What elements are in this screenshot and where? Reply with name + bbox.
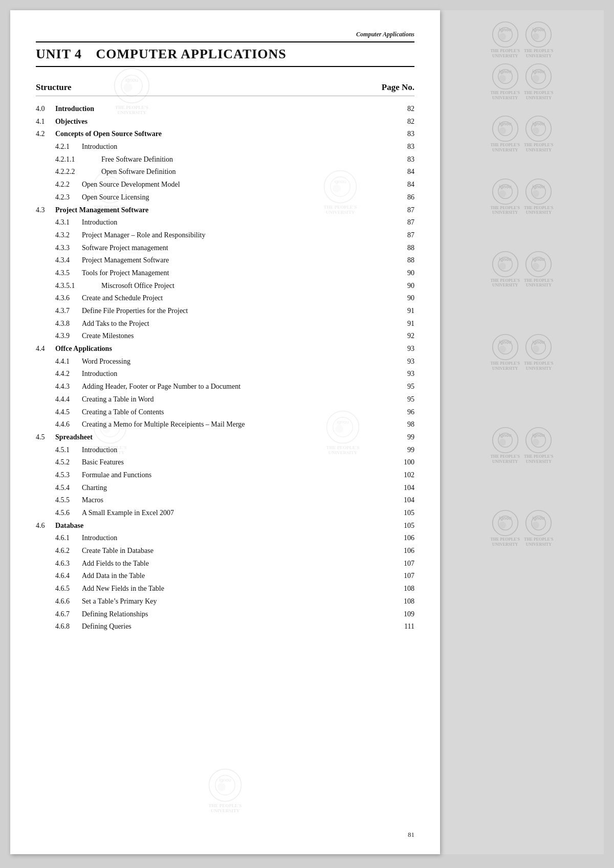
toc-left: 4.3.3Software Project management bbox=[55, 242, 399, 254]
toc-left: 4.5Spreadsheet bbox=[36, 432, 399, 443]
toc-number: 4.2 bbox=[36, 128, 55, 140]
toc-text: Add Data in the Table bbox=[82, 570, 399, 582]
toc-item: 4.1Objectives82 bbox=[36, 116, 414, 127]
toc-left: 4.3.4Project Management Software bbox=[55, 255, 399, 266]
toc-left: 4.3.2Project Manager – Role and Responsi… bbox=[55, 230, 399, 241]
toc-left: 4.6.4Add Data in the Table bbox=[55, 570, 399, 582]
toc-text: Introduction bbox=[82, 368, 399, 380]
toc-page: 95 bbox=[399, 381, 414, 392]
toc-page: 105 bbox=[399, 520, 414, 531]
toc-left: 4.5.4Charting bbox=[55, 482, 399, 494]
svg-point-55 bbox=[532, 190, 539, 197]
toc-item: 4.6.7Defining Relationships109 bbox=[36, 609, 414, 620]
toc-page: 111 bbox=[399, 621, 414, 632]
toc-item: 4.2.1.1Free Software Definition83 bbox=[36, 154, 414, 165]
toc-item: 4.2.2Open Source Development Model84 bbox=[36, 179, 414, 190]
toc-number: 4.2.2.2 bbox=[55, 166, 101, 177]
toc-text: Charting bbox=[82, 482, 399, 494]
toc-page: 83 bbox=[399, 141, 414, 152]
toc-number: 4.3.1 bbox=[55, 217, 82, 228]
svg-point-31 bbox=[532, 33, 539, 40]
toc-number: 4.6.8 bbox=[55, 621, 82, 632]
toc-page: 90 bbox=[399, 280, 414, 292]
toc-left: 4.6.1Introduction bbox=[55, 532, 399, 544]
toc-text: Free Software Definition bbox=[101, 154, 399, 165]
toc-number: 4.5.1 bbox=[55, 444, 82, 456]
toc-text: Concepts of Open Source Software bbox=[55, 128, 399, 140]
toc-page: 90 bbox=[399, 268, 414, 279]
page-number: 81 bbox=[408, 831, 414, 839]
toc-page: 93 bbox=[399, 368, 414, 380]
toc-text: Define File Properties for the Project bbox=[82, 305, 399, 317]
toc-text: Create Milestones bbox=[82, 330, 399, 342]
toc-page: 96 bbox=[399, 407, 414, 418]
toc-left: 4.6.6Set a Table’s Primary Key bbox=[55, 596, 399, 607]
toc-page: 99 bbox=[399, 444, 414, 456]
toc-page: 109 bbox=[399, 609, 414, 620]
toc-left: 4.3.6Create and Schedule Project bbox=[55, 293, 399, 304]
toc-number: 4.5.5 bbox=[55, 495, 82, 506]
toc-page: 87 bbox=[399, 205, 414, 216]
toc-page: 104 bbox=[399, 482, 414, 494]
toc-item: 4.6.2Create Table in Database106 bbox=[36, 545, 414, 557]
toc-number: 4.3.7 bbox=[55, 305, 82, 317]
toc-text: Defining Relationships bbox=[82, 609, 399, 620]
toc-text: Software Project management bbox=[82, 242, 399, 254]
toc-text: Database bbox=[55, 520, 399, 531]
toc-left: 4.2Concepts of Open Source Software bbox=[36, 128, 399, 140]
toc-item: 4.3.5Tools for Project Management90 bbox=[36, 268, 414, 279]
toc-left: 4.3.9Create Milestones bbox=[55, 330, 399, 342]
toc-number: 4.6.3 bbox=[55, 558, 82, 569]
toc-number: 4.4.3 bbox=[55, 381, 82, 392]
toc-left: 4.5.2Basic Features bbox=[55, 457, 399, 468]
toc-left: 4.4.3Adding Header, Footer or Page Numbe… bbox=[55, 381, 399, 392]
toc-text: Defining Queries bbox=[82, 621, 399, 632]
toc-number: 4.4.1 bbox=[55, 356, 82, 367]
toc-page: 107 bbox=[399, 558, 414, 569]
toc-number: 4.4 bbox=[36, 343, 55, 354]
toc-number: 4.2.3 bbox=[55, 192, 82, 203]
toc-text: Open Software Definition bbox=[101, 166, 399, 177]
toc-item: 4.3.9Create Milestones92 bbox=[36, 330, 414, 342]
toc-text: Set a Table’s Primary Key bbox=[82, 596, 399, 607]
toc-left: 4.3.5Tools for Project Management bbox=[55, 268, 399, 279]
toc-page: 100 bbox=[399, 457, 414, 468]
toc-page: 88 bbox=[399, 255, 414, 266]
toc-left: 4.6.8Defining Queries bbox=[55, 621, 399, 632]
toc-item: 4.3.4Project Management Software88 bbox=[36, 255, 414, 266]
toc-left: 4.6.2Create Table in Database bbox=[55, 545, 399, 557]
toc-text: Objectives bbox=[55, 116, 399, 127]
toc-text: Project Management Software bbox=[82, 255, 399, 266]
unit-title: UNIT 4 COMPUTER APPLICATIONS bbox=[36, 47, 287, 61]
toc-item: 4.5Spreadsheet99 bbox=[36, 432, 414, 443]
toc-item: 4.5.2Basic Features100 bbox=[36, 457, 414, 468]
toc-left: 4.3.1Introduction bbox=[55, 217, 399, 228]
toc-left: 4.5.3Formulae and Functions bbox=[55, 470, 399, 481]
toc-left: 4.2.2Open Source Development Model bbox=[55, 179, 399, 190]
toc-number: 4.4.6 bbox=[55, 419, 82, 430]
toc-number: 4.5 bbox=[36, 432, 55, 443]
svg-point-87 bbox=[532, 522, 539, 529]
toc-number: 4.3.5.1 bbox=[55, 280, 101, 292]
toc-left: 4.4.2Introduction bbox=[55, 368, 399, 380]
svg-point-67 bbox=[499, 346, 506, 353]
toc-left: 4.3Project Management Software bbox=[36, 205, 399, 216]
unit-title-text: COMPUTER APPLICATIONS bbox=[96, 47, 287, 61]
toc-text: Tools for Project Management bbox=[82, 268, 399, 279]
toc-number: 4.2.1.1 bbox=[55, 154, 101, 165]
toc-item: 4.4.6Creating a Memo for Multiple Receip… bbox=[36, 419, 414, 430]
toc-item: 4.6.4Add Data in the Table107 bbox=[36, 570, 414, 582]
toc-text: Add Fields to the Table bbox=[82, 558, 399, 569]
toc-left: 4.6.3Add Fields to the Table bbox=[55, 558, 399, 569]
toc-item: 4.2.3Open Source Licensing86 bbox=[36, 192, 414, 203]
toc-page: 108 bbox=[399, 596, 414, 607]
svg-point-79 bbox=[532, 439, 539, 446]
toc-page: 88 bbox=[399, 242, 414, 254]
svg-point-75 bbox=[499, 439, 506, 446]
toc-item: 4.3.5.1Miscrosoft Office Project90 bbox=[36, 280, 414, 292]
toc-page: 82 bbox=[399, 116, 414, 127]
toc-left: 4.0Introduction bbox=[36, 103, 399, 115]
toc-item: 4.5.4Charting104 bbox=[36, 482, 414, 494]
toc-left: 4.4.6Creating a Memo for Multiple Receip… bbox=[55, 419, 399, 430]
toc-text: Formulae and Functions bbox=[82, 470, 399, 481]
